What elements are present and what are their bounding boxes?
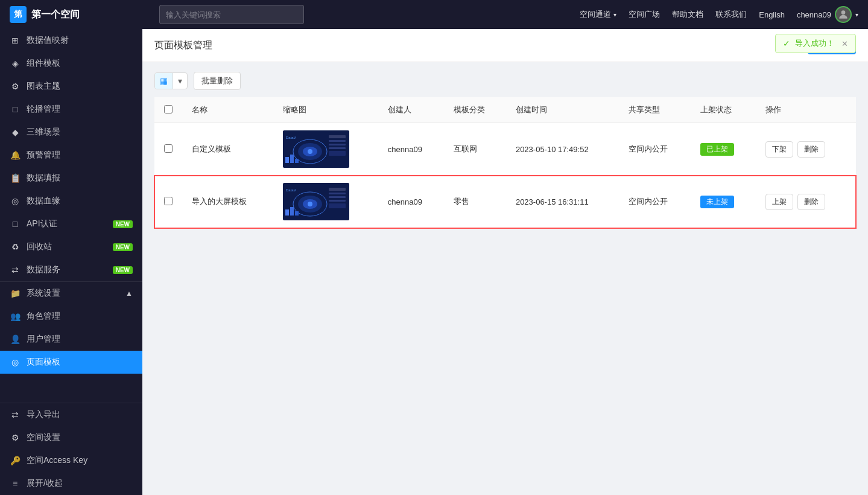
- system-settings-icon: 📁: [10, 289, 21, 298]
- select-all-checkbox[interactable]: [164, 105, 173, 113]
- batch-delete-button[interactable]: 批量删除: [194, 72, 241, 90]
- sidebar-item-user-mgmt[interactable]: 👤 用户管理: [0, 328, 142, 351]
- sidebar-item-data-service[interactable]: ⇄ 数据服务 NEW: [0, 258, 142, 281]
- table-toolbar: ▦ ▾ 批量删除: [154, 72, 856, 90]
- svg-point-0: [841, 10, 846, 14]
- sidebar-item-broadcast[interactable]: □ 轮播管理: [0, 98, 142, 121]
- sidebar-item-api-auth[interactable]: □ API认证 NEW: [0, 212, 142, 235]
- sidebar-item-component-template[interactable]: ◈ 组件模板: [0, 52, 142, 75]
- col-thumbnail: 缩略图: [273, 97, 378, 123]
- page-header: 页面模板管理 页面模板 ✓ 导入成功！ ✕: [142, 29, 868, 62]
- toast-message: 导入成功！: [795, 38, 834, 49]
- main-layout: ⊞ 数据值映射 ◈ 组件模板 ⚙ 图表主题 □ 轮播管理 ◆ 三维场景 🔔 预警…: [0, 29, 868, 495]
- row2-checkbox-cell: [154, 176, 182, 228]
- success-toast: ✓ 导入成功！ ✕: [775, 34, 856, 53]
- row2-category: 零售: [444, 176, 506, 228]
- recycle-bin-badge: NEW: [113, 243, 133, 251]
- toast-close-icon[interactable]: ✕: [841, 39, 848, 48]
- dropdown-view-button[interactable]: ▾: [173, 73, 187, 89]
- col-actions: 操作: [756, 97, 856, 123]
- help-docs-link[interactable]: 帮助文档: [672, 9, 703, 20]
- space-settings-label: 空间设置: [27, 432, 60, 443]
- space-plaza-link[interactable]: 空间广场: [629, 9, 660, 20]
- svg-rect-20: [329, 188, 346, 191]
- system-settings-section[interactable]: 📁 系统设置 ▲: [0, 281, 142, 305]
- data-mapping-icon: ⊞: [10, 36, 21, 45]
- sidebar-item-role-mgmt[interactable]: 👥 角色管理: [0, 305, 142, 328]
- table-row-highlighted: 导入的大屏模板: [154, 176, 856, 228]
- sidebar-item-data-mapping[interactable]: ⊞ 数据值映射: [0, 29, 142, 52]
- recycle-bin-icon: ♻: [10, 242, 21, 252]
- sidebar-item-recycle-bin[interactable]: ♻ 回收站 NEW: [0, 235, 142, 258]
- svg-rect-9: [329, 147, 346, 149]
- status-badge-offline: 未上架: [700, 196, 734, 208]
- username-label: chenna09: [797, 10, 831, 19]
- thumbnail-svg-2: DataV: [283, 183, 349, 220]
- sidebar-label-component-template: 组件模板: [27, 58, 133, 69]
- col-creator: 创建人: [378, 97, 444, 123]
- sidebar-item-chart-theme[interactable]: ⚙ 图表主题: [0, 75, 142, 98]
- thumbnail-svg: DataV: [283, 130, 349, 168]
- api-auth-badge: NEW: [113, 220, 133, 228]
- top-nav: 第 第一个空间 空间通道 空间广场 帮助文档 联系我们 English chen…: [0, 0, 868, 29]
- data-form-icon: 📋: [10, 173, 21, 183]
- search-box[interactable]: [159, 5, 304, 24]
- sidebar-label-data-form: 数据填报: [27, 173, 133, 184]
- sidebar-item-access-key[interactable]: 🔑 空间Access Key: [0, 449, 142, 472]
- action-btn-delete-row2[interactable]: 删除: [797, 194, 825, 210]
- page-template-icon: ◎: [10, 357, 21, 367]
- svg-rect-14: [295, 159, 299, 163]
- sidebar-item-expand-collapse[interactable]: ≡ 展开/收起: [0, 472, 142, 495]
- row2-share-type: 空间内公开: [619, 176, 691, 228]
- language-selector[interactable]: English: [759, 10, 785, 19]
- sidebar-item-data-lineage[interactable]: ◎ 数据血缘: [0, 190, 142, 212]
- sidebar-label-data-mapping: 数据值映射: [27, 35, 133, 46]
- access-key-icon: 🔑: [10, 456, 21, 465]
- row-name: 自定义模板: [182, 123, 273, 176]
- svg-rect-24: [329, 203, 346, 208]
- data-service-badge: NEW: [113, 266, 133, 274]
- action-btn-xiajia[interactable]: 下架: [765, 141, 793, 158]
- svg-rect-10: [329, 151, 346, 156]
- access-key-label: 空间Access Key: [27, 455, 87, 466]
- row-checkbox[interactable]: [164, 144, 173, 153]
- table-row: 自定义模板: [154, 123, 856, 176]
- row2-checkbox[interactable]: [164, 197, 173, 205]
- role-mgmt-icon: 👥: [10, 311, 21, 321]
- row-category: 互联网: [444, 123, 506, 176]
- contact-us-link[interactable]: 联系我们: [715, 9, 747, 20]
- sidebar-item-page-template[interactable]: ◎ 页面模板: [0, 351, 142, 374]
- data-table: 名称 缩略图 创建人 模板分类 创建时间 共享类型 上架状态 操作: [154, 97, 856, 228]
- logo-area: 第 第一个空间: [10, 6, 152, 23]
- svg-rect-23: [329, 200, 346, 202]
- data-lineage-icon: ◎: [10, 196, 21, 206]
- user-menu[interactable]: chenna09: [797, 6, 858, 23]
- grid-view-button[interactable]: ▦: [155, 73, 173, 89]
- table-header: 名称 缩略图 创建人 模板分类 创建时间 共享类型 上架状态 操作: [154, 97, 856, 123]
- svg-rect-7: [329, 140, 346, 142]
- user-avatar: [835, 6, 852, 23]
- search-input[interactable]: [166, 10, 297, 19]
- status-badge-online: 已上架: [700, 143, 734, 156]
- sidebar-item-data-form[interactable]: 📋 数据填报: [0, 167, 142, 190]
- content-area: 页面模板管理 页面模板 ✓ 导入成功！ ✕ ▦ ▾ 批量删除: [142, 29, 868, 495]
- user-mgmt-icon: 👤: [10, 334, 21, 344]
- svg-rect-21: [329, 193, 346, 194]
- sidebar-item-alert-mgmt[interactable]: 🔔 预警管理: [0, 144, 142, 167]
- action-btn-delete-row1[interactable]: 删除: [797, 141, 825, 158]
- row-checkbox-cell: [154, 123, 182, 176]
- avatar-icon: [837, 8, 849, 21]
- data-service-icon: ⇄: [10, 265, 21, 275]
- sidebar-item-import-export[interactable]: ⇄ 导入导出: [0, 403, 142, 426]
- row-status: 已上架: [691, 123, 756, 176]
- action-btn-shangjia[interactable]: 上架: [765, 194, 793, 210]
- broadcast-icon: □: [10, 104, 21, 114]
- sidebar-item-space-settings[interactable]: ⚙ 空间设置: [0, 426, 142, 449]
- row-share-type: 空间内公开: [619, 123, 691, 176]
- table-container: ▦ ▾ 批量删除 名称 缩略图 创建人 模板分类 创建时间: [142, 62, 868, 495]
- space-channel-link[interactable]: 空间通道: [580, 9, 616, 20]
- sidebar-item-3d-scene[interactable]: ◆ 三维场景: [0, 121, 142, 144]
- row2-name: 导入的大屏模板: [182, 176, 273, 228]
- expand-collapse-label: 展开/收起: [27, 478, 63, 489]
- sidebar-label-data-lineage: 数据血缘: [27, 196, 133, 206]
